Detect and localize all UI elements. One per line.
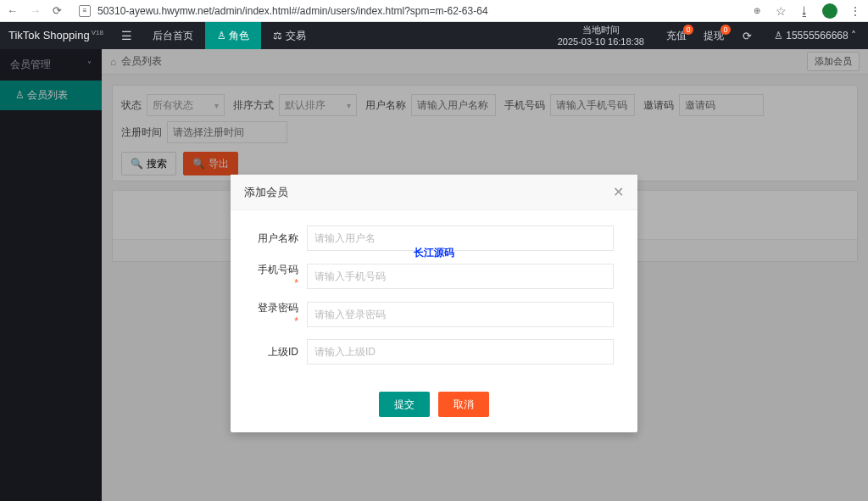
label-username: 用户名称 (254, 231, 307, 246)
person-icon: ♙ (774, 30, 783, 42)
withdraw-badge: 0 (721, 25, 731, 35)
menu-dots-icon[interactable]: ⋮ (849, 4, 861, 18)
url-text: 50310-ayewu.hwymw.net/admin/index.html#/… (97, 5, 488, 17)
input-parent-id[interactable] (307, 339, 614, 365)
app-logo: TikTok ShoppingV18 (8, 29, 114, 42)
add-member-modal: 添加会员 ✕ 用户名称 手机号码* 登录密码* 上级ID 提交 取消 (231, 175, 637, 432)
input-password[interactable] (307, 302, 614, 327)
download-icon[interactable]: ⭳ (798, 4, 810, 18)
bookmark-icon[interactable]: ☆ (776, 4, 787, 18)
site-info-icon[interactable]: ≡ (79, 5, 91, 17)
label-phone: 手机号码* (254, 263, 307, 289)
local-time: 当地时间 2025-03-10 16:18:38 (544, 24, 658, 48)
scale-icon: ⚖ (273, 30, 282, 42)
user-menu[interactable]: ♙ 15555566668 ˄ (762, 30, 868, 42)
reload-icon[interactable]: ⟳ (53, 4, 62, 17)
submit-button[interactable]: 提交 (379, 392, 430, 417)
recharge-badge: 0 (683, 25, 693, 35)
cancel-button[interactable]: 取消 (438, 392, 489, 417)
refresh-icon[interactable]: ⟳ (732, 30, 762, 42)
translate-icon[interactable]: ⊕ (750, 5, 764, 17)
label-parent-id: 上级ID (254, 345, 307, 359)
chevron-down-icon: ˄ (851, 30, 856, 42)
modal-title: 添加会员 (244, 185, 288, 200)
forward-icon[interactable]: → (30, 4, 41, 17)
recharge-link[interactable]: 充值 0 (658, 22, 695, 49)
profile-avatar[interactable] (822, 3, 837, 19)
withdraw-link[interactable]: 提现 0 (695, 22, 732, 49)
label-password: 登录密码* (254, 301, 307, 327)
back-icon[interactable]: ← (7, 4, 18, 17)
input-username[interactable] (307, 225, 614, 251)
user-icon: ♙ (217, 30, 226, 42)
url-bar[interactable]: ≡ 50310-ayewu.hwymw.net/admin/index.html… (72, 5, 740, 17)
close-icon[interactable]: ✕ (613, 184, 624, 200)
input-phone[interactable] (307, 264, 614, 289)
sidebar-toggle-icon[interactable]: ☰ (114, 29, 141, 42)
modal-overlay: 添加会员 ✕ 用户名称 手机号码* 登录密码* 上级ID 提交 取消 (0, 49, 868, 501)
nav-trade[interactable]: ⚖ 交易 (261, 22, 317, 49)
nav-home[interactable]: 后台首页 (141, 22, 205, 49)
nav-role[interactable]: ♙ 角色 (205, 22, 261, 49)
